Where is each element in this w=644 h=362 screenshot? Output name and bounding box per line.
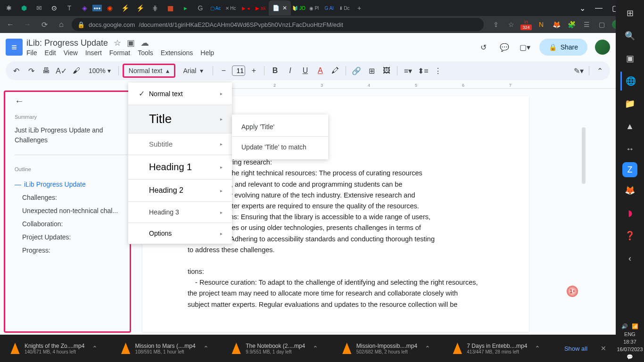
tab-icon[interactable]: 🔰 JO [292,1,306,15]
style-option-h2[interactable]: Heading 2▸ [128,180,232,202]
outline-item[interactable]: Project Updates: [15,230,128,244]
app-icon[interactable]: ◗ [620,204,639,222]
tab-icon[interactable]: ⊙ [47,1,61,15]
hide-menus-button[interactable]: ⌃ [593,64,606,77]
home-button[interactable]: ⌂ [55,18,68,31]
close-bar-icon[interactable]: ✕ [597,345,610,352]
tab-icon[interactable]: ●●● [92,5,102,11]
download-item[interactable]: 7 Days in Entebb....mp4413/447 MB, 28 mi… [448,341,555,356]
menu-edit[interactable]: Edit [45,49,56,57]
clock-time[interactable]: 18:37 [623,339,636,345]
increase-size-button[interactable]: + [247,64,260,77]
star-icon[interactable]: ☆ [114,38,121,48]
spellcheck-button[interactable]: A✓ [55,64,68,77]
tab-icon[interactable]: ✕ Hc [223,1,238,15]
tab-icon[interactable]: ✉ [32,1,46,15]
apply-title-item[interactable]: Apply 'Title' [232,118,328,137]
comments-icon[interactable]: 💬 [498,41,511,54]
tab-icon[interactable]: ⚡ [118,1,132,15]
style-option-subtitle[interactable]: Subtitle▸ [128,133,232,155]
tab-icon[interactable]: ⋕ [148,1,162,15]
ext-icon[interactable]: ▢ [597,20,606,29]
cloud-icon[interactable]: ☁ [140,38,149,48]
menu-tools[interactable]: Tools [138,49,153,57]
zoom-select[interactable]: 100% ▾ [85,67,115,74]
style-option-h1[interactable]: Heading 1▸ [128,155,232,180]
explorer-icon[interactable]: 📁 [620,94,639,113]
chevron-up-icon[interactable]: ⌃ [309,345,322,352]
style-option-title[interactable]: Title▸ [128,105,232,133]
tab-icon[interactable]: ◈ [77,1,91,15]
zoom-icon[interactable]: Z [622,162,637,177]
download-item[interactable]: Mission-Impossib....mp4502/682 MB, 2 hou… [338,341,445,356]
scrollbar[interactable] [582,127,586,184]
ext-icon[interactable]: ☰ [582,20,591,29]
outline-item[interactable]: Challenges: [15,191,128,204]
menu-insert[interactable]: Insert [85,49,102,57]
menu-view[interactable]: View [64,49,78,57]
text-color-button[interactable]: A [314,64,327,77]
tab-icon[interactable]: T [62,1,76,15]
tab-icon[interactable]: ✱ [2,1,16,15]
align-button[interactable]: ≡▾ [401,64,414,77]
document-title[interactable]: iLib: Progress Update [26,38,108,48]
notifications-icon[interactable]: 💬 [627,354,633,360]
comment-button[interactable]: ⊞ [365,64,378,77]
style-option-normal[interactable]: ✓Normal text▸ [128,82,232,105]
windows-icon[interactable]: ⊞ [620,4,639,23]
style-option-options[interactable]: Options▸ [128,223,232,244]
tab-icon[interactable]: ▦ [163,1,177,15]
tab-icon[interactable]: ◉ [103,1,117,15]
underline-button[interactable]: U [298,64,312,77]
star-icon[interactable]: ☆ [506,20,516,29]
clock-date[interactable]: 16/07/2023 [617,346,643,352]
tab-close-icon[interactable]: ✕ [282,5,287,11]
forward-button[interactable]: → [21,18,34,31]
extensions-icon[interactable]: 🧩 [567,20,576,29]
update-title-item[interactable]: Update 'Title' to match [232,139,328,156]
font-select[interactable]: Arial ▾ [177,67,209,74]
chevron-up-icon[interactable]: ⌃ [199,345,213,352]
active-tab[interactable]: 📄 ✕ [269,0,291,16]
tab-icon[interactable]: G [193,1,207,15]
outline-item[interactable]: Collaboration: [15,217,128,230]
language-indicator[interactable]: ENG [624,331,636,337]
reload-button[interactable]: ⟳ [38,18,51,31]
tab-icon[interactable]: ▸ [178,1,192,15]
user-avatar[interactable] [595,40,610,55]
download-item[interactable]: Mission to Mars (....mp4108/591 MB, 1 ho… [116,341,223,356]
chevron-up-icon[interactable]: ⌃ [531,345,544,352]
outline-back-button[interactable]: ← [15,96,128,107]
ext-icon[interactable]: N [537,20,546,29]
share-button[interactable]: 🔒 Share [539,39,587,56]
italic-button[interactable]: I [283,64,297,77]
minimize-icon[interactable]: — [595,4,603,13]
teamviewer-icon[interactable]: ↔ [620,140,639,158]
download-item[interactable]: Knights of the Zo....mp4140/671 MB, 4 ho… [6,341,113,356]
menu-format[interactable]: Format [109,49,130,57]
print-button[interactable]: 🖶 [40,64,53,77]
chevron-up-icon[interactable]: ⌃ [88,345,101,352]
bold-button[interactable]: B [268,64,281,77]
more-button[interactable]: ⋮ [431,64,445,77]
metamask-icon[interactable]: 🦊 [552,20,561,29]
chevron-up-icon[interactable]: ⌃ [421,345,434,352]
tab-icon[interactable]: ⬢ [17,1,31,15]
line-spacing-button[interactable]: ⬍≡ [416,64,429,77]
menu-help[interactable]: Help [200,49,214,57]
font-size-input[interactable]: 11 [232,66,245,76]
decrease-size-button[interactable]: − [217,64,230,77]
download-item[interactable]: The Notebook (2....mp49.9/551 MB, 1 day … [227,341,334,356]
outline-item[interactable]: Unexpected non-technical chal... [15,204,128,217]
wifi-icon[interactable]: 📶 [632,323,638,329]
editing-mode-button[interactable]: ✎▾ [572,64,585,77]
outline-item[interactable]: Progress: [15,244,128,257]
address-bar[interactable]: 🔒 docs.google.com/document/d/1giriHKaE2D… [72,18,484,31]
history-icon[interactable]: ↺ [477,41,490,54]
tab-icon[interactable]: ▢ Ac [208,1,223,15]
summary-text[interactable]: Just iLib Progress Update and Challenges [15,125,128,145]
menu-extensions[interactable]: Extensions [161,49,193,57]
tab-icon[interactable]: G Al [322,1,336,15]
vlc-icon[interactable]: ▲ [620,117,639,136]
volume-icon[interactable]: 🔊 [621,323,628,329]
